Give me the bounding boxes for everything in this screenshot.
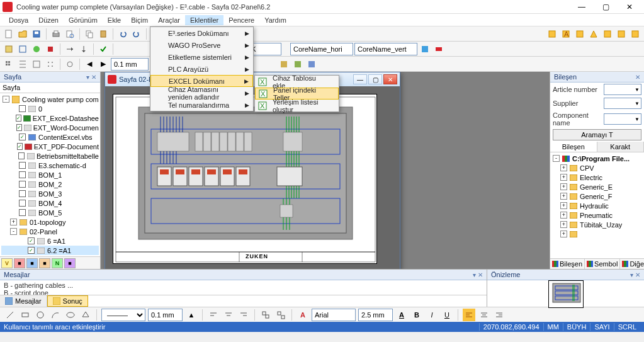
text-tool-icon[interactable]: A [297,309,309,321]
component-btab-bilesen[interactable]: Bileşen [550,259,585,269]
open-icon[interactable] [16,28,29,40]
ellipse-tool-icon[interactable] [64,309,77,321]
grid-icon[interactable] [3,58,15,71]
dropdown-item[interactable]: E³.series Dokümanı▶ [150,27,253,39]
circle-tool-icon[interactable] [34,309,47,321]
menu-yardim[interactable]: Yardım [259,15,291,25]
tree-item[interactable]: BOM_4 [1,198,99,208]
tool-icon[interactable] [305,58,318,71]
polygon-tool-icon[interactable] [79,309,92,321]
tree-root[interactable]: -C:\Program File... [551,154,643,163]
tool-icon[interactable]: A [560,28,572,40]
corename-hori-combo[interactable] [290,43,353,55]
left-tab-icon[interactable]: ■ [14,258,25,268]
font-color-icon[interactable]: A [395,309,408,321]
dropdown-item[interactable]: WAGO ProServe▶ [150,39,253,51]
tool-icon[interactable] [615,28,628,40]
tree-item[interactable]: 0 [1,104,99,113]
tool-icon[interactable] [16,43,29,55]
align-right-icon[interactable] [493,309,506,321]
menu-ekle[interactable]: Ekle [103,15,126,25]
undo-icon[interactable] [116,28,129,40]
tree-item[interactable]: ✓6.2 =A1 [1,246,99,255]
submenu-item[interactable]: XYerleşim listesi oluştur [255,100,339,111]
tree-item[interactable]: E3.schematic-d [1,161,99,170]
dropdown-item[interactable]: Etiketleme sistemleri▶ [150,51,253,63]
bold-icon[interactable]: B [410,309,423,321]
tree-item[interactable]: ✓ContentExcel.vbs [1,132,99,142]
tree-item[interactable]: BOM_5 [1,208,99,217]
copy-icon[interactable] [83,28,96,40]
check-icon[interactable] [97,43,110,55]
mdi-minimize-button[interactable]: — [353,74,367,84]
spin-icon[interactable]: ▲ [185,309,198,321]
left-tab-icon[interactable]: V [1,258,13,268]
property-combo[interactable]: ▼ [604,84,641,95]
print-preview-icon[interactable] [64,28,76,40]
preview-thumbnail[interactable] [548,280,584,308]
tool-icon[interactable] [291,58,304,71]
snap-icon[interactable] [64,58,76,71]
menu-duzen[interactable]: Düzen [33,15,64,25]
property-combo[interactable]: ▼ [604,113,641,125]
grid-icon[interactable] [44,58,57,71]
maximize-button[interactable]: ▢ [594,0,618,14]
mdi-maximize-button[interactable]: ▢ [368,74,382,84]
tree-item[interactable]: ✓EXT_PDF-Document [1,142,99,151]
corename-vert-combo[interactable] [354,43,417,55]
tree-item[interactable]: Betriebsmitteltabelle [1,151,99,161]
sheet-tree[interactable]: -Cooling water pump com 0✓EXT_Excel-Data… [0,93,100,256]
messages-tab-mesajlar[interactable]: Mesajlar [0,295,47,307]
component-tab-bilesen[interactable]: Bileşen [550,142,597,152]
menu-dosya[interactable]: Dosya [4,15,33,25]
mdi-close-button[interactable]: ✕ [383,74,397,84]
line-style-combo[interactable]: ——— [101,309,145,321]
component-tree[interactable]: -C:\Program File... +CPV+Electric+Generi… [550,152,644,258]
nav-left-icon[interactable]: ◀ [83,58,96,71]
dropdown-item[interactable]: Cihaz Atamasını yeniden adlandır▶ [150,87,253,99]
font-combo[interactable] [312,309,356,321]
align-icon[interactable] [222,309,235,321]
panel-tab[interactable]: Sayfa [0,83,100,93]
component-tree-item[interactable]: +CPV [551,163,643,173]
tool-icon[interactable] [278,58,290,71]
line-tool-icon[interactable] [4,309,16,321]
italic-icon[interactable]: I [426,309,438,321]
component-tree-item[interactable]: +Generic_E [551,182,643,191]
messages-tab-sonuc[interactable]: Sonuç [47,295,88,307]
tree-item[interactable]: ✓EXT_Word-Documen [1,123,99,132]
panel-close-icon[interactable]: ✕ [635,74,640,81]
rect-tool-icon[interactable] [19,309,31,321]
font-size-combo[interactable] [358,309,393,321]
panel-close-icon[interactable]: ▾ ✕ [473,271,483,278]
menu-araclar[interactable]: Araçlar [153,15,185,25]
paste-icon[interactable] [97,28,110,40]
tree-item[interactable]: BOM_3 [1,189,99,198]
component-tree-item[interactable]: +Pneumatic [551,210,643,220]
tool-icon[interactable] [3,43,15,55]
menu-bicim[interactable]: Biçim [126,15,153,25]
drawing-sheet[interactable]: ZUKEN [113,94,377,264]
new-icon[interactable] [3,28,15,40]
underline-icon[interactable]: U [441,309,453,321]
grid-size-spin[interactable] [111,58,149,71]
dropdown-item[interactable]: PLC Arayüzü▶ [150,63,253,75]
tree-item[interactable]: -02-Panel [1,227,99,236]
tool-icon[interactable] [432,43,445,55]
print-icon[interactable] [50,28,62,40]
tree-item[interactable]: +01-topology [1,217,99,227]
dropdown-item[interactable]: Tel numaralandırma▶ [150,99,253,111]
grid-icon[interactable] [30,58,43,71]
tool-icon[interactable] [601,28,614,40]
redo-icon[interactable] [130,28,143,40]
panel-pin-icon[interactable]: ▾ ✕ [86,74,96,81]
tool-icon[interactable] [546,28,558,40]
tree-item[interactable]: ✓EXT_Excel-Datashee [1,113,99,123]
component-tree-item[interactable]: +Hydraulic [551,201,643,210]
menu-gorunum[interactable]: Görünüm [64,15,103,25]
tree-root[interactable]: -Cooling water pump com [1,94,99,104]
group-icon[interactable] [259,309,272,321]
minimize-button[interactable]: — [570,0,594,14]
arc-tool-icon[interactable] [49,309,62,321]
tool-icon[interactable] [30,43,43,55]
